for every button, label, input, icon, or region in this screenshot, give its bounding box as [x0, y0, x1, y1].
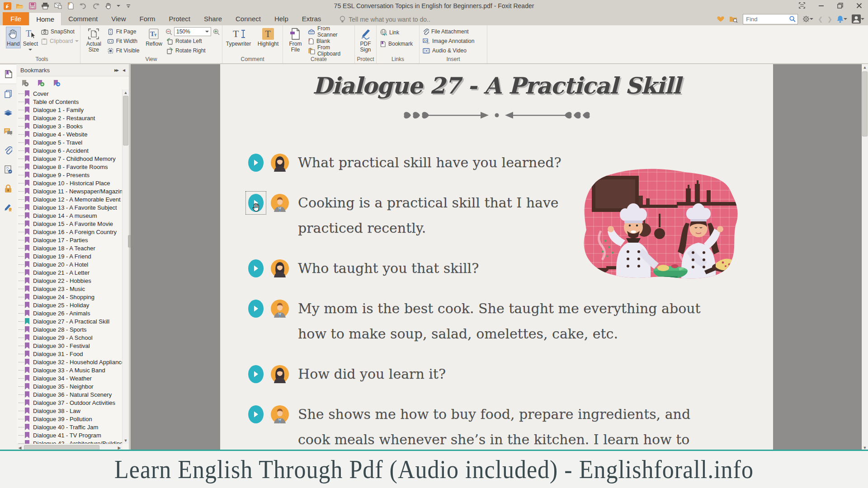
bookmark-item[interactable]: Dialogue 6 - Accident	[19, 146, 123, 155]
bookmark-item[interactable]: Dialogue 24 - Shopping	[19, 293, 123, 301]
zoom-in-icon[interactable]	[213, 28, 220, 35]
tell-me-box[interactable]: Tell me what you want to do..	[340, 16, 430, 23]
back-chevron-icon[interactable]: ❮	[818, 16, 823, 23]
heart-icon[interactable]	[717, 15, 725, 23]
bookmark-item[interactable]: Dialogue 3 - Books	[19, 122, 123, 130]
restore-icon[interactable]	[834, 1, 846, 10]
bookmark-item[interactable]: Table of Contents	[19, 98, 123, 106]
bookmark-item[interactable]: Dialogue 27 - A Practical Skill	[19, 317, 123, 325]
bookmark-item[interactable]: Dialogue 33 - A Music Band	[19, 366, 123, 374]
bookmark-item[interactable]: Dialogue 22 - Hobbies	[19, 277, 123, 285]
comments-panel-icon[interactable]	[0, 122, 16, 141]
bookmark-item[interactable]: Dialogue 17 - Parties	[19, 236, 123, 244]
file-attachment-button[interactable]: File Attachment	[422, 28, 475, 36]
fit-visible-button[interactable]: Fit Visible	[106, 47, 142, 55]
highlight-button[interactable]: T Highlight	[256, 27, 280, 48]
bookmark-item[interactable]: Dialogue 32 - Household Appliance	[19, 358, 123, 366]
bookmark-item[interactable]: Dialogue 13 - A Favorite Subject	[19, 203, 123, 211]
find-input[interactable]	[745, 15, 789, 23]
play-audio-button[interactable]	[248, 300, 264, 318]
bookmark-item[interactable]: Dialogue 28 - Sports	[19, 325, 123, 333]
bookmark-item[interactable]: Dialogue 38 - Law	[19, 407, 123, 415]
bookmark-item[interactable]: Dialogue 21 - A Letter	[19, 268, 123, 277]
find-box[interactable]	[743, 14, 798, 24]
bookmark-item[interactable]: Dialogue 15 - A Favorite Movie	[19, 220, 123, 228]
fit-page-button[interactable]: Fit Page	[106, 28, 142, 36]
snapshot-button[interactable]: SnapShot	[40, 28, 80, 36]
bookmark-item[interactable]: Dialogue 37 - Outdoor Activities	[19, 399, 123, 407]
bookmark-item[interactable]: Dialogue 19 - A Friend	[19, 252, 123, 260]
ribbon-tab[interactable]: Protect	[162, 12, 197, 25]
bookmark-item[interactable]: Dialogue 9 - Presents	[19, 171, 123, 179]
ribbon-tab[interactable]: Extras	[295, 12, 328, 25]
bookmark-item[interactable]: Dialogue 29 - A School	[19, 333, 123, 342]
bookmark-goto-icon[interactable]	[53, 80, 61, 87]
zoom-out-icon[interactable]	[165, 28, 172, 35]
fit-width-button[interactable]: Fit Width	[106, 37, 142, 45]
bookmark-item[interactable]: Dialogue 20 - A Hotel	[19, 260, 123, 268]
doc-scroll-up-icon[interactable]: ▲	[862, 65, 868, 70]
search-icon[interactable]	[789, 16, 796, 22]
hand-button[interactable]: Hand	[6, 27, 21, 48]
bookmark-item[interactable]: Dialogue 16 - A Foreign Country	[19, 228, 123, 236]
bookmark-item[interactable]: Dialogue 31 - Food	[19, 350, 123, 358]
forward-chevron-icon[interactable]: ❯	[827, 16, 832, 23]
bookmark-item[interactable]: Dialogue 2 - Restaurant	[19, 114, 123, 122]
ribbon-tab[interactable]: Form	[132, 12, 162, 25]
bookmark-item[interactable]: Dialogue 39 - Pollution	[19, 415, 123, 423]
close-icon[interactable]	[853, 1, 865, 10]
play-audio-button[interactable]	[248, 194, 264, 212]
bookmark-button[interactable]: Bookmark	[379, 40, 414, 48]
zoom-level-combo[interactable]: 150%	[174, 27, 211, 36]
play-audio-button[interactable]	[248, 154, 264, 172]
signatures-panel-icon[interactable]	[0, 198, 16, 217]
pages-panel-icon[interactable]	[0, 84, 16, 103]
bookmark-item[interactable]: Dialogue 42 - Architecture/Building	[19, 439, 123, 444]
account-button[interactable]	[852, 14, 864, 23]
bookmark-item[interactable]: Dialogue 11 - Newspaper/Magazine	[19, 187, 123, 195]
bookmark-item[interactable]: Dialogue 12 - A Memorable Event	[19, 195, 123, 203]
bookmarks-vertical-scrollbar[interactable]: ▲ ▼	[122, 89, 129, 444]
document-vertical-scrollbar[interactable]: ▲ ▼	[861, 64, 868, 451]
ribbon-tab[interactable]: Help	[268, 12, 295, 25]
bookmark-item[interactable]: Dialogue 14 - A museum	[19, 211, 123, 220]
bookmark-item[interactable]: Dialogue 23 - Music	[19, 285, 123, 293]
bookmark-item[interactable]: Dialogue 4 - Website	[19, 130, 123, 138]
reflow-button[interactable]: Tт Reflow	[144, 27, 164, 48]
bookmark-item[interactable]: Dialogue 25 - Holiday	[19, 301, 123, 309]
bookmark-item[interactable]: Dialogue 8 - Favorite Rooms	[19, 163, 123, 171]
bookmarks-panel-icon[interactable]	[0, 64, 16, 84]
layers-panel-icon[interactable]	[0, 103, 16, 122]
select-button[interactable]: T Select	[22, 27, 39, 54]
gear-button[interactable]	[802, 15, 813, 23]
security-panel-icon[interactable]	[0, 179, 16, 198]
ribbon-tab[interactable]: Connect	[229, 12, 268, 25]
folder-search-icon[interactable]	[729, 15, 738, 23]
image-annotation-button[interactable]: Image Annotation	[422, 37, 475, 45]
notifications-button[interactable]	[837, 15, 847, 23]
fullscreen-icon[interactable]	[796, 1, 808, 10]
minimize-icon[interactable]	[815, 1, 827, 10]
audio-video-button[interactable]: Audio & Video	[422, 47, 475, 55]
rotate-right-button[interactable]: Rotate Right	[165, 47, 220, 55]
attachments-panel-icon[interactable]	[0, 141, 16, 160]
bookmark-item[interactable]: Dialogue 35 - Neighbor	[19, 382, 123, 390]
bookmark-item[interactable]: Dialogue 5 - Travel	[19, 138, 123, 146]
fields-panel-icon[interactable]	[0, 160, 16, 179]
scroll-down-icon[interactable]: ▼	[123, 438, 129, 443]
ribbon-tab[interactable]: Home	[29, 12, 61, 25]
bookmark-item[interactable]: Dialogue 18 - A Teacher	[19, 244, 123, 252]
bookmark-add-icon[interactable]	[37, 80, 45, 87]
from-clipboard-button[interactable]: From Clipboard	[307, 47, 352, 55]
ribbon-tab[interactable]: Share	[197, 12, 229, 25]
bookmark-item[interactable]: Dialogue 26 - Animals	[19, 309, 123, 317]
play-audio-button[interactable]	[248, 405, 264, 423]
from-scanner-button[interactable]: From Scanner	[307, 28, 352, 36]
rotate-left-button[interactable]: Rotate Left	[165, 37, 220, 45]
ribbon-tab[interactable]: Comment	[61, 12, 104, 25]
scroll-up-icon[interactable]: ▲	[123, 90, 129, 95]
bookmark-item[interactable]: Dialogue 1 - Family	[19, 106, 123, 114]
bookmark-item[interactable]: Dialogue 36 - Natural Scenery	[19, 390, 123, 399]
play-audio-button[interactable]	[248, 365, 264, 383]
ribbon-tab[interactable]: File	[3, 12, 29, 25]
